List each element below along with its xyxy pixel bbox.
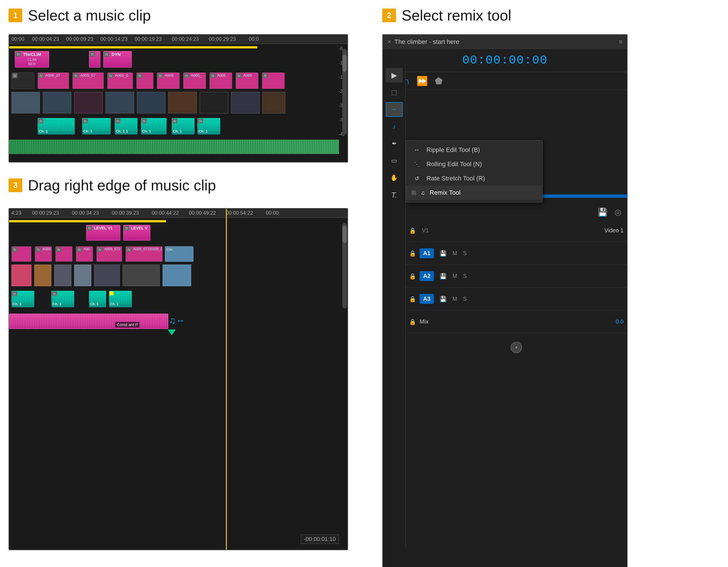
level-v-clip[interactable]: fx LEVEL V — [123, 225, 150, 241]
premiere-panel: × The climber - start here ≡ 00:00:00:00… — [382, 34, 628, 567]
v2-clip-6[interactable]: fx A00S_07231035_C040.m — [126, 246, 163, 262]
tool-pen[interactable]: ✒ — [386, 136, 403, 151]
v2-clip-3[interactable]: fx — [55, 246, 72, 262]
waveform-6: Ch. 1 fx — [197, 118, 220, 135]
track-controls-area: 💾 ◎ 🔒 V1 Video 1 🔒 A1 💾 M S 🔒 A2 💾 M S — [406, 203, 627, 567]
wf2-ch1-4: Ch. 1 — [110, 302, 118, 306]
fx-v2-3: fx — [56, 247, 61, 252]
panel-menu-btn[interactable]: ≡ — [619, 38, 622, 46]
level-v-label: LEVEL V — [131, 226, 147, 230]
panel-close-btn[interactable]: × — [387, 38, 391, 46]
timeline-scrollbar-1[interactable] — [342, 49, 347, 135]
v2-clip-2[interactable]: fx A00S — [35, 246, 52, 262]
video-clip-a005-07b[interactable]: fx A00S_07 — [72, 72, 104, 89]
tool-music[interactable]: ♪ — [386, 119, 403, 134]
video-clip-a005d[interactable]: fx A00S_ — [183, 72, 206, 89]
a005e-label: A005 — [217, 73, 226, 78]
ruler2-mark-0: 4:23 — [11, 209, 21, 218]
audio-track-row-1: Ch. 1 fx Ch. 1 fx Ch. 1 1 fx Ch. 1 fx Ch… — [9, 117, 339, 137]
tool-select[interactable]: ▶ — [386, 68, 403, 83]
menu-remix-tool[interactable]: ♫ Remix Tool — [406, 186, 542, 200]
tool-track-select[interactable]: ⬚ — [386, 85, 403, 100]
save-track-icon: 💾 — [598, 208, 608, 217]
a3-name-btn[interactable]: A3 — [420, 294, 434, 304]
menu-ripple-edit[interactable]: ↔ Ripple Edit Tool (B) — [406, 143, 542, 157]
a1-lock-icon: 🔒 — [409, 250, 416, 257]
clip-dyn-left[interactable]: fx — [89, 51, 100, 68]
a1-m-btn[interactable]: M — [452, 250, 457, 257]
a2-s-btn[interactable]: S — [463, 273, 467, 280]
timeline-ruler-1: 00:00 00:00:04:23 00:00:09:23 00:00:14:2… — [9, 35, 347, 44]
a1-s-btn[interactable]: S — [463, 250, 467, 257]
scrollbar-thumb-2[interactable] — [342, 226, 347, 243]
timeline-scrollbar-2[interactable] — [342, 223, 347, 308]
volume-knob[interactable] — [511, 342, 522, 353]
menu-rate-stretch[interactable]: ↺ Rate Stretch Tool (R) — [406, 171, 542, 186]
fx-wf2-1: fx — [12, 291, 17, 296]
video-track-row-1: fx fx A005_07 fx A00S_07 fx A00S_0 fx fx… — [9, 72, 339, 90]
thumb-6 — [168, 92, 197, 114]
video-clip-a005f[interactable]: fx A005 — [236, 72, 258, 89]
main-music-clip-row: Const ant P ♫↔ — [9, 313, 339, 330]
fx-v2-4: fx — [77, 247, 82, 252]
waveform-2: Ch. 1 fx — [82, 118, 111, 135]
waveform-2-1: Ch. 1 fx — [11, 291, 34, 307]
level-v1-clip[interactable]: fx LEVEL V1 — [86, 225, 120, 241]
video-clip-a005g[interactable]: fx — [262, 72, 285, 89]
ripple-menu-icon: ↔ — [412, 146, 422, 154]
thumb-8 — [231, 92, 260, 114]
ripple-menu-label: Ripple Edit Tool (B) — [426, 146, 480, 154]
a3-m-btn[interactable]: M — [452, 295, 457, 302]
fx-v2-5: fx — [97, 247, 102, 252]
wf-ch1-5: Ch. 1 — [173, 129, 182, 133]
forward-transport-btn[interactable]: ⏩ — [416, 76, 428, 86]
timeline-panel-2: 4:23 00:00:29:23 00:00:34:23 00:00:39:23… — [9, 208, 348, 550]
remix-tool-dropdown: ↔ Ripple Edit Tool (B) ⋱ Rolling Edit To… — [406, 140, 543, 203]
a2-m-btn[interactable]: M — [452, 273, 457, 280]
thumb-9 — [262, 92, 285, 114]
rectangle-icon: ▭ — [391, 157, 397, 165]
v2-crossfade[interactable]: Cro — [165, 246, 193, 262]
tool-hand[interactable]: ✋ — [386, 171, 403, 185]
main-music-clip[interactable]: Const ant P — [9, 313, 168, 329]
a1-name-btn[interactable]: A1 — [420, 248, 434, 258]
music-clip-theclim[interactable]: fx TheCLIM CLIMBER — [15, 51, 49, 68]
shield-transport-btn[interactable]: ⬟ — [435, 76, 443, 86]
tool-rectangle[interactable]: ▭ — [386, 153, 403, 168]
video-clip-a005b[interactable]: fx — [136, 72, 153, 89]
v2-clip-5[interactable]: fx A00S_072 — [96, 246, 122, 262]
step3-header: 3 Drag right edge of music clip — [9, 177, 216, 194]
v2-clip-1[interactable]: fx — [11, 246, 31, 262]
thumb2-4 — [74, 265, 91, 286]
step1-header: 1 Select a music clip — [9, 7, 151, 24]
scrollbar-thumb-1[interactable] — [342, 55, 347, 72]
ruler-mark-6: 00:00:29:23 — [209, 35, 236, 44]
a2-name-btn[interactable]: A2 — [420, 271, 434, 281]
clip-dyn[interactable]: fx DYN — [103, 51, 132, 68]
video-clip-a005e[interactable]: fx A005 — [209, 72, 232, 89]
track-select-icon: ⬚ — [391, 89, 397, 96]
video-clip-a005c[interactable]: fx A00S — [157, 72, 180, 89]
video-track-row-2: fx fx A00S fx fx A00 fx A00S_072 fx A00S… — [9, 246, 339, 263]
timecode-display: 00:00:00:00 — [462, 54, 547, 67]
ruler-mark-3: 00:00:14:23 — [100, 35, 128, 44]
video-clip-a005-0[interactable]: fx A00S_0 — [107, 72, 133, 89]
thumbnail-row-2 — [9, 265, 339, 287]
wf2-ch1-3: Ch. 1 — [90, 302, 98, 306]
video-clip-a005-07a[interactable]: fx A005_07 — [38, 72, 69, 89]
fx-1: fx — [12, 73, 17, 78]
menu-rolling-edit[interactable]: ⋱ Rolling Edit Tool (N) — [406, 157, 542, 171]
thumb2-cross — [163, 265, 191, 286]
a2-save-icon: 💾 — [440, 273, 447, 280]
fx-badge-dyn-left: fx — [90, 52, 95, 57]
tool-text[interactable]: T. — [386, 188, 403, 203]
timeline-ruler-2: 4:23 00:00:29:23 00:00:34:23 00:00:39:23… — [9, 209, 347, 218]
yellow-bar-2 — [9, 220, 166, 222]
step1-title: Select a music clip — [28, 7, 151, 24]
a3-s-btn[interactable]: S — [463, 295, 467, 302]
video-clip-1[interactable]: fx — [11, 72, 34, 89]
v2-clip-4[interactable]: fx A00 — [76, 246, 93, 262]
transport-controls: ✱ ∩ ⏩ ⬟ — [383, 72, 627, 90]
tool-ripple-active[interactable]: ↔ — [386, 102, 403, 117]
yellow-bar-1 — [9, 46, 257, 48]
